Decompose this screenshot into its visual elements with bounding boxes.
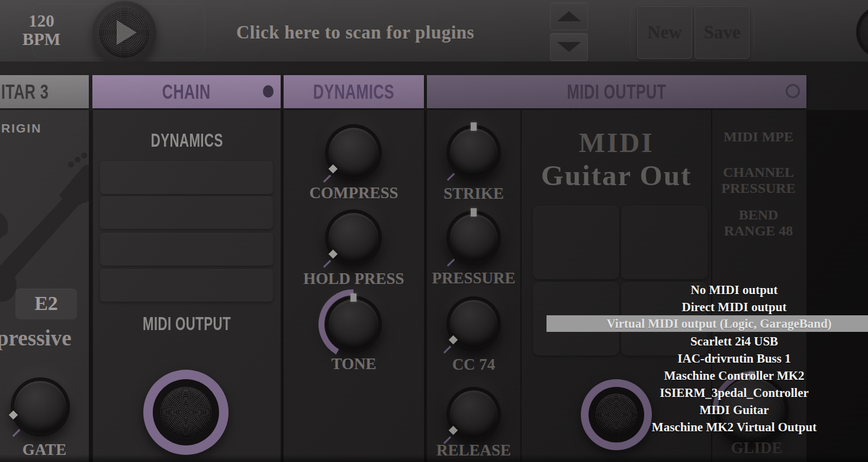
chain-output-knob[interactable] (143, 370, 229, 455)
dropdown-item-virtual-midi-output-selected[interactable]: Virtual MIDI output (Logic, GarageBand) (546, 315, 868, 332)
arrow-down-icon (557, 42, 581, 52)
plugin-window: 120 BPM Click here to scan for plugins N… (0, 0, 868, 462)
tab-chain[interactable]: CHAIN (92, 75, 281, 108)
midi-pad[interactable] (533, 206, 619, 279)
chain-slot-3[interactable] (100, 233, 273, 266)
gate-knob-face (14, 381, 66, 433)
note-badge[interactable]: E2 (15, 289, 77, 319)
strike-label: STRIKE (427, 185, 520, 203)
scan-plugins-button[interactable]: Click here to scan for plugins (195, 22, 515, 43)
chain-dynamics-header: DYNAMICS (93, 130, 281, 151)
compress-knob[interactable] (325, 124, 382, 181)
play-button[interactable] (92, 1, 156, 64)
tab-guitar-3-label: ITAR 3 (1, 75, 49, 108)
tab-chain-label: CHAIN (162, 75, 211, 108)
midi-mpe-option[interactable]: MIDI MPE (714, 129, 803, 145)
pressure-knob[interactable] (446, 211, 501, 265)
dropdown-item-iac-drivrutin-buss-1[interactable]: IAC-drivrutin Buss 1 (600, 350, 868, 367)
chain-slot-1[interactable] (100, 161, 273, 194)
release-knob[interactable] (446, 387, 501, 441)
pressure-label: PRESSURE (427, 269, 520, 287)
channel-pressure-option[interactable]: CHANNEL PRESSURE (714, 164, 803, 196)
midi-output-title-line2: Guitar Out (521, 159, 712, 192)
pressure-knob-face (450, 214, 498, 262)
strike-knob[interactable] (446, 125, 501, 179)
midi-output-title-line1: MIDI (521, 127, 712, 159)
dropdown-item-scarlett-2i4-usb[interactable]: Scarlett 2i4 USB (600, 333, 868, 350)
new-button[interactable]: New (637, 6, 692, 59)
patch-name: pressive (0, 325, 72, 351)
strike-knob-face (450, 128, 498, 176)
tab-guitar-3[interactable]: ITAR 3 (0, 75, 89, 108)
tone-knob-face (329, 299, 379, 350)
bpm-unit: BPM (11, 30, 72, 49)
tab-dynamics-label: DYNAMICS (313, 75, 394, 108)
chain-output-knob-face (160, 387, 211, 438)
dropdown-item-maschine-mk2-virtual-output[interactable]: Maschine MK2 Virtual Output (600, 419, 868, 436)
bpm-value: 120 (11, 12, 72, 30)
arrow-up-icon (557, 11, 581, 21)
dropdown-item-no-midi-output[interactable]: No MIDI output (600, 282, 868, 299)
dropdown-item-midi-guitar[interactable]: MIDI Guitar (600, 402, 868, 419)
guitar-silhouette (0, 124, 89, 302)
chain-slot-4[interactable] (100, 269, 273, 302)
tone-label: TONE (284, 355, 424, 373)
chain-slot-2[interactable] (100, 196, 273, 229)
tab-midi-output[interactable]: MIDI OUTPUT (427, 75, 806, 108)
preset-up-button[interactable] (550, 2, 588, 30)
midi-output-indicator-ring (786, 84, 800, 98)
tone-knob[interactable] (325, 296, 382, 353)
pressure-knob-marker (471, 208, 477, 217)
cc74-label: CC 74 (427, 356, 520, 374)
dropdown-item-direct-midi-output[interactable]: Direct MIDI output (600, 299, 868, 316)
cc74-knob[interactable] (446, 296, 501, 351)
chain-indicator-dot (263, 85, 274, 98)
gate-knob[interactable] (11, 377, 70, 437)
dropdown-item-maschine-controller-mk2[interactable]: Maschine Controller MK2 (600, 367, 868, 385)
tab-midi-output-label: MIDI OUTPUT (567, 75, 667, 108)
dropdown-item-isierm-3pedal-controller[interactable]: ISIERM_3pedal_Controller (600, 385, 868, 402)
save-button[interactable]: Save (695, 6, 750, 59)
gate-label: GATE (0, 441, 89, 459)
release-label: RELEASE (427, 441, 520, 460)
glide-label: GLIDE (715, 439, 798, 457)
hold-press-knob[interactable] (325, 209, 382, 266)
strike-knob-marker (471, 122, 477, 131)
bpm-display[interactable]: 120 BPM (11, 12, 72, 49)
preset-down-button[interactable] (550, 33, 588, 61)
chain-midi-output-header: MIDI OUTPUT (93, 314, 281, 335)
play-icon (117, 20, 137, 45)
midi-pad[interactable] (621, 206, 708, 279)
compress-label: COMPRESS (284, 184, 424, 202)
hold-press-label: HOLD PRESS (284, 270, 424, 288)
tab-dynamics[interactable]: DYNAMICS (284, 75, 424, 108)
tone-knob-pointer (351, 293, 356, 302)
bend-range-option[interactable]: BEND RANGE 48 (714, 207, 803, 239)
